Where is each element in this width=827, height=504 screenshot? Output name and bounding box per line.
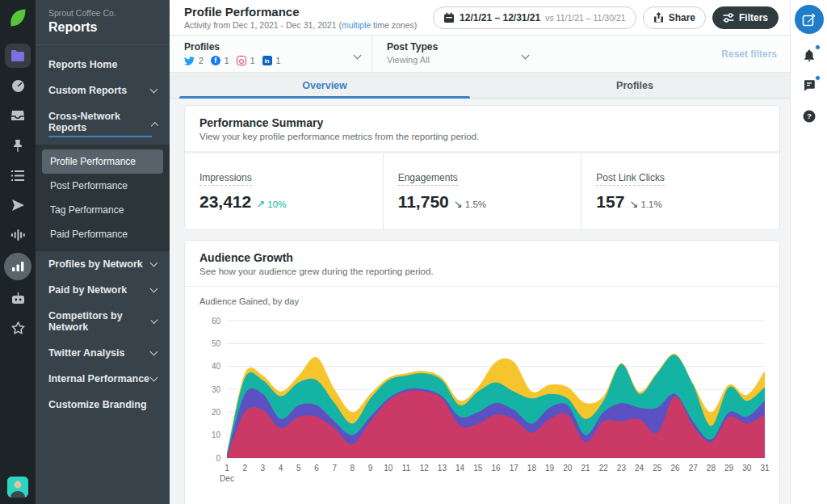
- date-range-value: 12/1/21 – 12/31/21: [460, 12, 540, 23]
- post-types-filter-dropdown[interactable]: Post Types Viewing All: [372, 36, 539, 72]
- post-link-clicks-metric: Post Link Clicks 157↘ 1.1%: [581, 153, 779, 229]
- svg-text:10: 10: [384, 464, 393, 472]
- svg-text:20: 20: [212, 408, 221, 417]
- filters-button[interactable]: Filters: [712, 6, 779, 29]
- multiple-timezones-link[interactable]: multiple: [342, 20, 371, 30]
- publish-plane-icon[interactable]: [5, 193, 31, 217]
- chevron-down-icon: [150, 348, 158, 356]
- chevron-down-icon: [150, 285, 158, 293]
- notifications-bell-icon[interactable]: [800, 45, 819, 65]
- profiles-filter-dropdown[interactable]: Profiles 2 f 1 1 in 1: [170, 36, 372, 72]
- svg-text:1: 1: [225, 464, 229, 472]
- linkedin-count: 1: [276, 56, 281, 65]
- help-icon[interactable]: ?: [800, 107, 819, 126]
- audience-growth-card: Audience Growth See how your audience gr…: [184, 240, 780, 504]
- profiles-filter-label: Profiles: [184, 41, 283, 52]
- messages-badge: [815, 75, 821, 81]
- audience-growth-chart-area: Audience Gained, by day 0102030405060123…: [185, 286, 779, 504]
- svg-text:60: 60: [212, 317, 221, 326]
- svg-text:27: 27: [689, 464, 699, 472]
- page-subtitle: Activity from Dec 1, 2021 - Dec 31, 2021…: [184, 20, 417, 30]
- engagements-metric: Engagements 11,750↘ 1.5%: [383, 153, 581, 229]
- date-range-button[interactable]: 12/1/21 – 12/31/21 vs 11/1/21 – 11/30/21: [433, 6, 636, 29]
- svg-text:15: 15: [473, 464, 483, 472]
- share-label: Share: [669, 12, 695, 23]
- instagram-count: 1: [250, 56, 255, 65]
- compose-button[interactable]: [795, 5, 824, 34]
- audience-growth-title: Audience Growth: [199, 251, 765, 264]
- sidebar-item-competitors-by-network[interactable]: Competitors by Network: [36, 303, 170, 340]
- sidebar-item-twitter-analysis[interactable]: Twitter Analysis: [36, 340, 170, 366]
- svg-text:7: 7: [332, 464, 337, 472]
- svg-text:40: 40: [212, 362, 221, 371]
- inbox-icon[interactable]: [5, 103, 31, 128]
- impressions-value: 23,412: [199, 192, 251, 212]
- sidebar-item-profile-performance[interactable]: Profile Performance: [42, 149, 163, 174]
- performance-summary-subtitle: View your key profile performance metric…: [199, 132, 765, 141]
- svg-text:16: 16: [491, 464, 501, 472]
- cross-network-submenu: Profile Performance Post Performance Tag…: [36, 145, 170, 251]
- bot-icon[interactable]: [5, 286, 31, 310]
- facebook-count: 1: [225, 56, 229, 65]
- trend-down-icon: ↘: [454, 198, 463, 210]
- instagram-icon: [237, 56, 246, 65]
- listening-waves-icon[interactable]: [5, 223, 31, 247]
- svg-text:18: 18: [527, 464, 537, 472]
- svg-text:26: 26: [670, 464, 680, 472]
- chevron-down-icon: [522, 52, 530, 60]
- performance-summary-title: Performance Summary: [199, 116, 765, 129]
- sidebar-item-paid-by-network[interactable]: Paid by Network: [36, 277, 170, 303]
- engagements-delta: 1.5%: [465, 200, 486, 209]
- user-avatar[interactable]: [7, 477, 28, 498]
- sidebar-item-post-performance[interactable]: Post Performance: [42, 174, 163, 198]
- chevron-down-icon: [150, 259, 158, 267]
- svg-text:17: 17: [510, 464, 519, 472]
- sidebar-item-custom-reports[interactable]: Custom Reports: [36, 78, 170, 103]
- header-actions: 12/1/21 – 12/31/21 vs 11/1/21 – 11/30/21…: [433, 6, 779, 29]
- sidebar-item-tag-performance[interactable]: Tag Performance: [42, 198, 163, 222]
- chevron-down-icon: [150, 86, 158, 94]
- twitter-icon: [184, 57, 195, 65]
- pin-icon[interactable]: [5, 133, 31, 158]
- svg-text:4: 4: [279, 464, 283, 472]
- dashboard-gauge-icon[interactable]: [5, 74, 31, 98]
- svg-text:11: 11: [402, 464, 411, 472]
- influencer-star-icon[interactable]: [5, 316, 31, 340]
- svg-text:10: 10: [212, 430, 221, 439]
- svg-text:19: 19: [545, 464, 555, 472]
- reports-chart-icon[interactable]: [4, 253, 31, 280]
- chevron-down-icon: [150, 374, 158, 382]
- plan-folder-icon[interactable]: [5, 44, 31, 68]
- reset-filters-button[interactable]: Reset filters: [721, 48, 777, 60]
- chart-legend: Twitter Facebook Instagram LinkedIn: [199, 498, 765, 504]
- post-types-value: Viewing All: [387, 55, 438, 65]
- share-button[interactable]: Share: [643, 6, 706, 29]
- tab-profiles[interactable]: Profiles: [480, 73, 790, 98]
- impressions-delta: 10%: [267, 200, 286, 209]
- sidebar-item-paid-performance[interactable]: Paid Performance: [42, 222, 163, 246]
- svg-text:21: 21: [581, 464, 590, 472]
- messages-bubble-icon[interactable]: [800, 76, 819, 95]
- svg-text:6: 6: [314, 464, 319, 472]
- svg-text:8: 8: [351, 464, 355, 472]
- metrics-row: Impressions 23,412↗ 10% Engagements 11,7…: [185, 153, 779, 229]
- page-header: Profile Performance Activity from Dec 1,…: [170, 0, 790, 36]
- sidebar-item-internal-performance[interactable]: Internal Performance: [36, 366, 170, 392]
- svg-text:0: 0: [216, 454, 220, 463]
- app-window: Sprout Coffee Co. Reports Reports Home C…: [0, 0, 827, 504]
- sidebar-item-customize-branding[interactable]: Customize Branding: [36, 392, 170, 418]
- sidebar-item-reports-home[interactable]: Reports Home: [36, 52, 170, 78]
- svg-text:25: 25: [653, 464, 662, 472]
- sidebar-item-profiles-by-network[interactable]: Profiles by Network: [36, 251, 170, 277]
- tab-overview[interactable]: Overview: [170, 73, 480, 98]
- engagements-value: 11,750: [398, 192, 449, 212]
- stacked-area-chart[interactable]: 0102030405060123456789101112131415161718…: [199, 311, 770, 495]
- impressions-metric: Impressions 23,412↗ 10%: [185, 153, 383, 229]
- sidebar-item-cross-network-reports[interactable]: Cross-Network Reports: [36, 103, 170, 145]
- performance-summary-header: Performance Summary View your key profil…: [185, 106, 779, 151]
- feed-list-icon[interactable]: [5, 163, 31, 187]
- svg-text:30: 30: [742, 464, 752, 472]
- engagements-label: Engagements: [398, 172, 458, 186]
- sidebar-header: Sprout Coffee Co. Reports: [36, 0, 170, 45]
- utility-rail: ?: [790, 0, 827, 504]
